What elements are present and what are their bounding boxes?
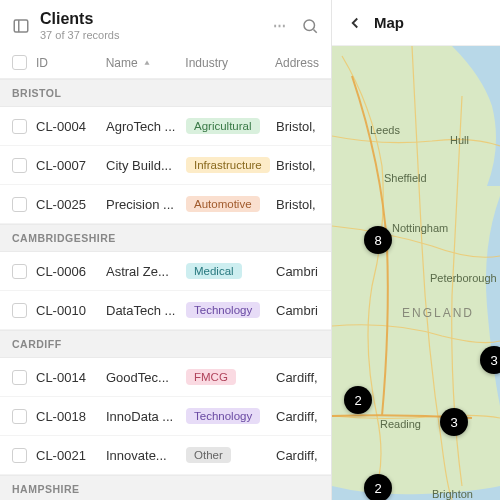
table-row[interactable]: CL-0007City Build...InfrastructureBristo…: [0, 146, 331, 185]
table-pane: Clients 37 of 37 records ⋯ ID Name Indus…: [0, 0, 332, 500]
row-checkbox[interactable]: [12, 409, 27, 424]
cell-id: CL-0004: [36, 119, 106, 134]
map-cluster[interactable]: 8: [364, 226, 392, 254]
table-body: BristolCL-0004AgroTech ...AgriculturalBr…: [0, 79, 331, 500]
map-cluster[interactable]: 3: [440, 408, 468, 436]
row-checkbox[interactable]: [12, 264, 27, 279]
record-count: 37 of 37 records: [40, 29, 263, 41]
chevron-left-icon: [346, 14, 364, 32]
table-row[interactable]: CL-0010DataTech ...TechnologyCambri: [0, 291, 331, 330]
svg-line-3: [313, 29, 316, 32]
cell-industry: Agricultural: [186, 118, 276, 134]
sort-asc-icon: [142, 58, 152, 68]
table-row[interactable]: CL-0021Innovate...OtherCardiff,: [0, 436, 331, 475]
cell-address: Cardiff,: [276, 409, 319, 424]
cell-name: Astral Ze...: [106, 264, 186, 279]
column-header-row: ID Name Industry Address: [0, 49, 331, 79]
cell-id: CL-0018: [36, 409, 106, 424]
cell-industry: Infrastructure: [186, 157, 276, 173]
cell-name: Innovate...: [106, 448, 186, 463]
row-checkbox[interactable]: [12, 197, 27, 212]
cell-id: CL-0010: [36, 303, 106, 318]
cell-name: GoodTec...: [106, 370, 186, 385]
group-header[interactable]: Bristol: [0, 79, 331, 107]
cell-id: CL-0007: [36, 158, 106, 173]
cell-address: Bristol,: [276, 158, 319, 173]
cell-address: Bristol,: [276, 197, 319, 212]
cell-address: Cardiff,: [276, 448, 319, 463]
cell-name: Precision ...: [106, 197, 186, 212]
back-button[interactable]: [346, 14, 364, 32]
more-icon[interactable]: ⋯: [273, 18, 287, 33]
map-cluster[interactable]: 3: [480, 346, 500, 374]
table-header: Clients 37 of 37 records ⋯: [0, 0, 331, 49]
map-title: Map: [374, 14, 404, 31]
cell-industry: Automotive: [186, 196, 276, 212]
search-icon[interactable]: [301, 17, 319, 35]
group-header[interactable]: Cardiff: [0, 330, 331, 358]
row-checkbox[interactable]: [12, 370, 27, 385]
group-header[interactable]: Cambridgeshire: [0, 224, 331, 252]
cell-name: DataTech ...: [106, 303, 186, 318]
cell-name: InnoData ...: [106, 409, 186, 424]
view-icon[interactable]: [12, 17, 30, 35]
page-title: Clients: [40, 10, 263, 28]
cell-industry: Other: [186, 447, 276, 463]
map-cluster[interactable]: 2: [364, 474, 392, 500]
row-checkbox[interactable]: [12, 448, 27, 463]
table-row[interactable]: CL-0004AgroTech ...AgriculturalBristol,: [0, 107, 331, 146]
cell-name: City Build...: [106, 158, 186, 173]
cell-name: AgroTech ...: [106, 119, 186, 134]
group-header[interactable]: Hampshire: [0, 475, 331, 500]
row-checkbox[interactable]: [12, 158, 27, 173]
table-row[interactable]: CL-0006Astral Ze...MedicalCambri: [0, 252, 331, 291]
cell-address: Cardiff,: [276, 370, 319, 385]
map-canvas[interactable]: ENGLAND LeedsHullSheffieldNottinghamPete…: [332, 46, 500, 500]
cell-industry: FMCG: [186, 369, 276, 385]
cell-industry: Technology: [186, 302, 276, 318]
table-row[interactable]: CL-0014GoodTec...FMCGCardiff,: [0, 358, 331, 397]
svg-point-2: [304, 20, 315, 31]
cell-address: Bristol,: [276, 119, 319, 134]
cell-address: Cambri: [276, 264, 319, 279]
map-cluster[interactable]: 2: [344, 386, 372, 414]
cell-industry: Medical: [186, 263, 276, 279]
row-checkbox[interactable]: [12, 119, 27, 134]
cell-industry: Technology: [186, 408, 276, 424]
map-pane: Map ENGLAND LeedsHullSheffieldNottingham…: [332, 0, 500, 500]
column-name[interactable]: Name: [106, 56, 186, 70]
cell-id: CL-0014: [36, 370, 106, 385]
table-row[interactable]: CL-0018InnoData ...TechnologyCardiff,: [0, 397, 331, 436]
column-address[interactable]: Address: [275, 56, 319, 70]
column-industry[interactable]: Industry: [185, 56, 275, 70]
cell-address: Cambri: [276, 303, 319, 318]
column-id[interactable]: ID: [36, 56, 106, 70]
row-checkbox[interactable]: [12, 303, 27, 318]
cell-id: CL-0006: [36, 264, 106, 279]
table-row[interactable]: CL-0025Precision ...AutomotiveBristol,: [0, 185, 331, 224]
select-all-checkbox[interactable]: [12, 55, 27, 70]
map-header: Map: [332, 0, 500, 46]
cell-id: CL-0021: [36, 448, 106, 463]
svg-rect-0: [14, 20, 28, 32]
cell-id: CL-0025: [36, 197, 106, 212]
